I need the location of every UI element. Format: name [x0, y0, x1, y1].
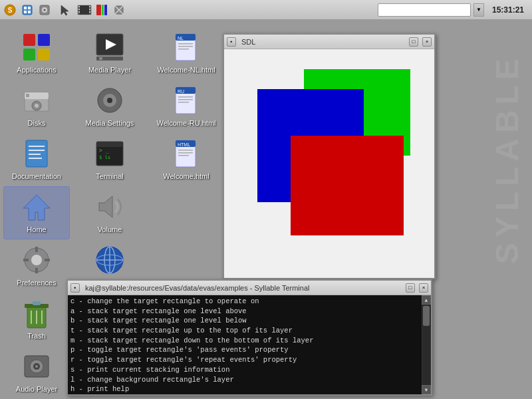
audio-player-label: Audio Player	[16, 385, 57, 394]
terminal-line: s - print current stacking information	[70, 365, 418, 375]
svg-rect-26	[23, 34, 35, 46]
middle-icon-volume[interactable]: Volume	[76, 186, 143, 239]
clock: 15:31:21	[487, 5, 529, 15]
taskbar-icon-color[interactable]	[94, 3, 109, 17]
svg-rect-27	[38, 34, 50, 46]
svg-rect-39	[29, 158, 42, 159]
svg-rect-38	[29, 154, 41, 155]
terminal-window: ▪ kaj@syllable:/resources/Evas/data/evas…	[66, 279, 432, 396]
terminal-close-btn[interactable]: ×	[419, 283, 428, 293]
sidebar-item-preferences[interactable]: Preferences	[3, 239, 70, 293]
taskbar-icon-3[interactable]	[37, 3, 52, 17]
svg-rect-90	[178, 152, 193, 154]
middle-icon-media-settings[interactable]: Media Settings	[76, 80, 143, 133]
sdl-close-btn[interactable]: ×	[422, 37, 432, 47]
svg-rect-21	[102, 5, 104, 15]
svg-text:RU: RU	[178, 89, 184, 94]
sidebar-item-audio-player[interactable]: Audio Player	[3, 346, 70, 399]
svg-point-9	[44, 9, 46, 11]
svg-rect-79	[178, 49, 189, 50]
welcome-ru-label: Welcome-RU.html	[156, 119, 215, 128]
terminal-label: Terminal	[96, 172, 124, 181]
svg-marker-40	[23, 195, 50, 220]
terminal-line: p - toggle target rectangle's 'pass even…	[70, 345, 418, 355]
svg-marker-68	[99, 196, 112, 217]
taskbar-search[interactable]	[378, 3, 471, 17]
scroll-up-btn[interactable]: ▲	[422, 295, 431, 305]
terminal-body[interactable]: ▲ ▼ c - change the target rectangle to o…	[68, 295, 431, 394]
applications-label: Applications	[17, 66, 56, 74]
sdl-titlebar: ▪ SDL □ ×	[224, 35, 434, 49]
svg-rect-14	[78, 6, 80, 7]
svg-rect-22	[104, 5, 107, 15]
terminal-maximize-btn[interactable]: □	[406, 283, 415, 293]
disks-label: Disks	[28, 119, 46, 128]
svg-rect-65	[96, 142, 123, 147]
sdl-title: SDL	[241, 38, 406, 46]
taskbar-icon-2[interactable]	[20, 3, 35, 17]
svg-rect-89	[178, 150, 193, 151]
sdl-maximize-btn[interactable]: □	[409, 37, 418, 47]
svg-point-56	[35, 365, 38, 368]
welcome-label: Welcome.html	[163, 172, 209, 181]
sdl-minimize-btn[interactable]: ▪	[227, 37, 236, 47]
svg-rect-19	[89, 11, 90, 13]
svg-rect-3	[24, 7, 27, 9]
terminal-line: a - stack target rectangle one level abo…	[70, 307, 418, 317]
sdl-window: ▪ SDL □ ×	[223, 33, 436, 279]
sdl-canvas	[224, 49, 434, 278]
sidebar-item-documentation[interactable]: Documentation	[3, 133, 70, 186]
sidebar: Applications Disks	[0, 20, 73, 399]
middle-col: Media Player Media Settings > _ $ ls	[76, 20, 150, 293]
terminal-line: l - change background rectangle's layer	[70, 375, 418, 385]
right-icon-welcome-nl[interactable]: NL Welcome-NL.html	[153, 27, 219, 80]
taskbar-dropdown[interactable]: ▼	[473, 3, 484, 17]
right-icon-welcome[interactable]: HTML Welcome.html	[153, 133, 219, 186]
taskbar: S	[0, 0, 532, 20]
terminal-content: c - change the target rectangle to opera…	[70, 297, 428, 394]
svg-point-42	[31, 255, 42, 265]
scroll-track[interactable]	[422, 305, 430, 385]
terminal-scrollbar[interactable]: ▲ ▼	[422, 295, 431, 394]
svg-rect-20	[96, 5, 101, 15]
desktop: SYLLABLE Applications	[0, 20, 532, 399]
cursor-icon	[60, 4, 69, 16]
svg-marker-10	[61, 5, 68, 15]
svg-rect-77	[178, 43, 193, 45]
svg-rect-28	[23, 49, 35, 61]
terminal-minimize-btn[interactable]: ▪	[70, 283, 80, 293]
taskbar-icon-wrench[interactable]	[112, 3, 126, 17]
svg-rect-44	[35, 268, 38, 273]
svg-rect-16	[78, 11, 80, 13]
middle-icon-media-player[interactable]: Media Player	[76, 27, 143, 80]
sidebar-item-disks[interactable]: Disks	[3, 80, 70, 133]
terminal-line: r - toggle target rectangle's 'repeat ev…	[70, 355, 418, 365]
scroll-down-btn[interactable]: ▼	[422, 385, 431, 394]
svg-rect-84	[178, 99, 193, 100]
sidebar-item-home[interactable]: Home	[3, 186, 70, 239]
terminal-line: h - print help	[70, 384, 418, 394]
taskbar-icon-film[interactable]	[77, 3, 92, 17]
middle-icon-terminal[interactable]: > _ $ ls Terminal	[76, 133, 143, 186]
sidebar-item-trash[interactable]: Trash	[3, 293, 70, 346]
terminal-line: c - change the target rectangle to opera…	[70, 297, 418, 307]
volume-label: Volume	[98, 225, 122, 234]
svg-text:S: S	[8, 7, 13, 14]
taskbar-icon-1[interactable]: S	[3, 3, 17, 17]
watermark-text: SYLLABLE	[489, 53, 525, 264]
svg-rect-6	[28, 11, 31, 13]
welcome-nl-label: Welcome-NL.html	[157, 66, 215, 74]
svg-rect-15	[78, 9, 80, 10]
trash-label: Trash	[27, 332, 46, 340]
terminal-titlebar: ▪ kaj@syllable:/resources/Evas/data/evas…	[68, 281, 431, 295]
media-settings-label: Media Settings	[86, 119, 134, 128]
svg-rect-18	[89, 9, 90, 10]
sidebar-item-applications[interactable]: Applications	[3, 27, 70, 80]
svg-text:HTML: HTML	[178, 142, 190, 147]
svg-rect-78	[178, 46, 193, 47]
svg-rect-45	[23, 259, 29, 261]
svg-rect-5	[24, 11, 27, 13]
right-icon-welcome-ru[interactable]: RU Welcome-RU.html	[153, 80, 219, 133]
svg-text:> _: > _	[99, 148, 109, 154]
svg-rect-4	[28, 7, 31, 9]
